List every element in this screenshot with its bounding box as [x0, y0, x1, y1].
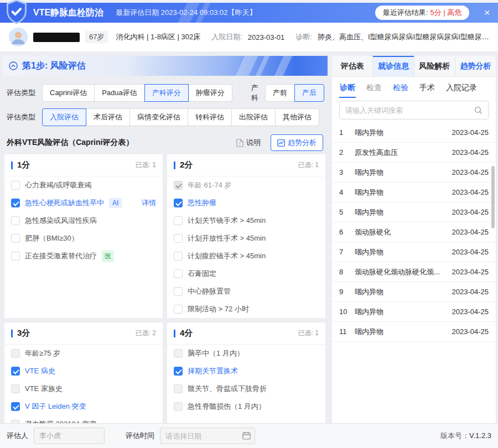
tab-postnatal[interactable]: 产后 [294, 84, 324, 102]
tab-trend-analysis[interactable]: 趋势分析 [455, 56, 496, 76]
diagnosis-row[interactable]: 7咽内异物2023-04-25 [332, 242, 496, 262]
patient-bar: 67岁 消化内科 | 1-8病区 | 302床 入院日期: 2023-03-01… [0, 23, 498, 51]
checkbox-checked-icon[interactable] [11, 367, 20, 376]
section-4point: 4分 已选: 1 脑卒中（1 月内） 择期关节置换术 髋关节、骨盆或下肢骨折 [167, 322, 325, 423]
subtab-diagnosis[interactable]: 诊断 [339, 78, 356, 98]
caprini-item[interactable]: VTE 病史 [4, 362, 163, 380]
subtab-lab[interactable]: 检验 [392, 78, 409, 98]
caprini-item[interactable]: 正在接受激素替代治疗 医 [4, 247, 163, 265]
checkbox-unchecked-icon[interactable] [11, 234, 20, 243]
diagnosis-row[interactable]: 1咽内异物2023-04-25 [332, 123, 496, 143]
scrollbar-thumb[interactable] [491, 166, 495, 228]
diagnosis-label: 诊断: [295, 32, 312, 42]
caprini-item[interactable]: 恶性肿瘤 [167, 194, 325, 212]
caprini-item[interactable]: 计划关节镜手术 > 45min [167, 212, 325, 230]
assess-time-input[interactable] [160, 428, 255, 444]
tab-tumor-score[interactable]: 肿瘤评分 [188, 84, 232, 102]
caprini-item: 脑卒中（1 月内） [167, 345, 325, 362]
caprini-item[interactable]: 计划腹腔镜手术 > 45min [167, 247, 325, 265]
checkbox-unchecked-icon[interactable] [174, 287, 183, 296]
selected-count: 已选: 2 [136, 329, 156, 338]
visit-subtabs: 诊断 检查 检验 手术 入院记录 [332, 77, 496, 99]
version-value: V.1.2.3 [469, 431, 491, 440]
subtab-exam[interactable]: 检查 [366, 78, 382, 98]
tab-prenatal[interactable]: 产前 [265, 84, 295, 102]
version-info: 版本号：V.1.2.3 [440, 431, 491, 441]
close-icon[interactable]: ✕ [484, 9, 490, 17]
calendar-icon[interactable] [242, 431, 251, 440]
step-collapse-icon[interactable] [9, 61, 18, 70]
caprini-title-row: 外科VTE风险评估（Caprini评分表） 说明 趋势分析 [7, 134, 323, 151]
checkbox-unchecked-icon[interactable] [11, 216, 20, 225]
checkbox-checked-disabled-icon [174, 181, 183, 190]
tab-transfer-assess[interactable]: 转科评估 [188, 108, 232, 126]
checkbox-disabled-icon [174, 384, 183, 393]
caprini-item[interactable]: 心力衰竭/或呼吸衰竭 [4, 176, 163, 194]
checkbox-unchecked-icon[interactable] [174, 234, 183, 243]
title-bar: VTE静脉血栓防治 最新评估日期 2023-02-24 09:03:02【昨天】… [0, 3, 498, 23]
tab-other-assess[interactable]: 其他评估 [275, 108, 319, 126]
checkbox-checked-icon[interactable] [11, 199, 20, 207]
caprini-item[interactable]: 急性心梗死或缺血性卒中 AI 详情 [4, 194, 163, 212]
tab-assessment-table[interactable]: 评估表 [332, 56, 373, 76]
obstetric-label: 产科 [251, 83, 258, 103]
diagnosis-row[interactable]: 2原发性高血压2023-04-25 [332, 143, 496, 163]
diagnosis-row[interactable]: 10咽内异物2023-04-25 [332, 302, 496, 322]
search-input[interactable] [345, 106, 474, 114]
description-button[interactable]: 说明 [236, 138, 261, 148]
caprini-item[interactable]: 中心静脉置管 [167, 283, 325, 300]
assess-time-label: 评估时间 [126, 431, 154, 441]
caprini-item[interactable]: 急性感染或风湿性疾病 [4, 212, 163, 230]
recent-result-badge: 最近评估结果: 5分 | 高危 [375, 6, 469, 20]
assessor-input[interactable] [34, 428, 105, 444]
checkbox-checked-icon[interactable] [174, 367, 183, 376]
step1-header: 第1步: 风险评估 [2, 56, 328, 76]
caprini-item[interactable]: V 因子 Leiden 突变 [4, 398, 163, 415]
checkbox-unchecked-icon[interactable] [11, 181, 20, 190]
detail-link[interactable]: 详情 [142, 198, 156, 208]
tab-padua[interactable]: Padua评估 [94, 84, 145, 102]
section-1point-header: 1分 已选: 1 [4, 154, 163, 176]
tab-condition-change-assess[interactable]: 病情变化评估 [129, 108, 188, 126]
caprini-item[interactable]: 石膏固定 [167, 265, 325, 283]
tab-caprini[interactable]: Caprini评估 [42, 84, 95, 102]
tab-discharge-assess[interactable]: 出院评估 [231, 108, 276, 126]
diagnosis-row[interactable]: 11咽内异物2023-04-25 [332, 322, 496, 342]
app-title: VTE静脉血栓防治 [33, 7, 103, 19]
checkbox-unchecked-icon[interactable] [174, 252, 183, 261]
section-title: 3分 [11, 328, 30, 338]
tab-postop-assess[interactable]: 术后评估 [86, 108, 130, 126]
diagnosis-row[interactable]: 8颈动脉硬化颈动脉硬化颈...2023-04-25 [332, 262, 496, 282]
caprini-item[interactable]: 计划开放性手术 > 45min [167, 230, 325, 247]
recent-result-value: 5分 | 高危 [430, 8, 461, 18]
caprini-item[interactable]: 择期关节置换术 [167, 362, 325, 380]
diagnosis-row[interactable]: 4咽内异物2023-04-25 [332, 183, 496, 202]
checkbox-unchecked-icon[interactable] [174, 269, 183, 278]
diagnosis-row[interactable]: 9咽内异物2023-04-25 [332, 282, 496, 302]
caprini-item[interactable]: 肥胖（BMI≥30） [4, 230, 163, 247]
diagnosis-row[interactable]: 3咽内异物2023-04-25 [332, 163, 496, 183]
subtab-surgery[interactable]: 手术 [419, 78, 435, 98]
header-streak [256, 56, 270, 76]
caprini-table-title: 外科VTE风险评估（Caprini评分表） [7, 138, 133, 148]
shield-check-icon [4, 0, 29, 25]
tab-risk-analysis[interactable]: 风险解析 [414, 56, 455, 76]
trend-analysis-button[interactable]: 趋势分析 [271, 134, 323, 151]
tab-visit-info[interactable]: 就诊信息 [373, 56, 414, 76]
checkbox-checked-icon[interactable] [174, 199, 183, 207]
diagnosis-row[interactable]: 6颈动脉硬化2023-04-25 [332, 222, 496, 242]
assess-type-group: Caprini评估 Padua评估 产科评分 肿瘤评分 [42, 84, 232, 102]
diagnosis-row[interactable]: 5咽内异物2023-04-25 [332, 202, 496, 222]
description-button-label: 说明 [246, 138, 261, 148]
checkbox-unchecked-icon[interactable] [174, 216, 183, 225]
tab-admission-assess[interactable]: 入院评估 [42, 108, 86, 126]
caprini-item[interactable]: 限制活动 > 72 小时 [167, 300, 325, 318]
assess-type-label: 评估类型 [7, 88, 35, 98]
tab-obstetric-score[interactable]: 产科评分 [144, 84, 189, 102]
search-icon[interactable] [474, 106, 483, 114]
subtab-admission-record[interactable]: 入院记录 [445, 78, 478, 98]
checkbox-checked-icon[interactable] [11, 402, 20, 411]
checkbox-unchecked-icon[interactable] [11, 252, 20, 261]
checkbox-unchecked-icon[interactable] [174, 305, 183, 314]
assess-stage-group: 入院评估 术后评估 病情变化评估 转科评估 出院评估 其他评估 [42, 108, 319, 126]
